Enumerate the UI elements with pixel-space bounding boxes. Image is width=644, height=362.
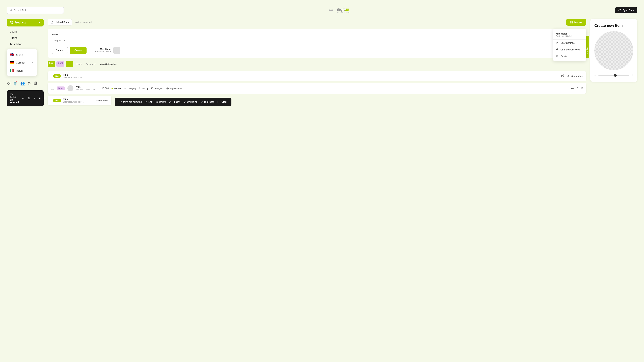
- german-check-icon: ✓: [32, 61, 34, 64]
- svg-rect-3: [330, 9, 330, 11]
- row-0-more-button[interactable]: •••: [571, 87, 574, 90]
- right-panel: Create new Item − +: [590, 19, 637, 82]
- lang-item-german[interactable]: 🇩🇪 German ✓: [7, 58, 37, 66]
- zoom-minus-button[interactable]: −: [594, 73, 596, 77]
- cancel-button[interactable]: Cancel: [52, 47, 68, 54]
- row-0-actions: •••: [571, 87, 583, 90]
- german-flag-icon: 🇩🇪: [10, 60, 14, 64]
- selection-bar: XY Items are selected ✏ 🗑 ↑ ✦ ⧉ | Clear: [7, 90, 44, 106]
- unpublish-action[interactable]: Unpublish: [184, 100, 198, 103]
- row-0-price: 10.000: [102, 87, 109, 90]
- row-0-delete-button[interactable]: [580, 87, 583, 90]
- svg-rect-4: [332, 9, 332, 11]
- language-dropdown: 🇬🇧 English 🇩🇪 German ✓ 🇮🇹 Italian: [7, 49, 37, 76]
- search-bar[interactable]: [7, 7, 64, 14]
- draft-badge: Draft: [56, 61, 64, 67]
- row-0-checkbox[interactable]: [51, 87, 54, 90]
- svg-point-11: [140, 87, 140, 88]
- lang-item-italian[interactable]: 🇮🇹 Italian: [7, 66, 37, 75]
- user-card: Max Maier Restaurant GmbH: [95, 47, 120, 54]
- nav-arrow-button[interactable]: →: [66, 61, 73, 67]
- upload-bar: Upload Files No files selected Menus: [48, 19, 586, 26]
- top-row-delete-button[interactable]: [566, 74, 569, 78]
- svg-point-0: [10, 9, 12, 11]
- row-0-avatar: [68, 85, 74, 91]
- lang-item-english[interactable]: 🇬🇧 English: [7, 50, 37, 58]
- search-input[interactable]: [14, 9, 61, 11]
- bottom-list-item: Live Title Lorem ipsum sit dolor ... Sho…: [48, 96, 111, 105]
- upload-files-button[interactable]: Upload Files: [48, 19, 72, 25]
- allowed-dot: [112, 88, 113, 89]
- svg-rect-7: [10, 23, 11, 24]
- image-icon[interactable]: 🖼: [34, 81, 37, 86]
- image-preview[interactable]: [594, 31, 633, 70]
- svg-rect-15: [202, 102, 203, 103]
- row-0-allergens: Allergens: [151, 87, 164, 90]
- sidebar-item-details[interactable]: Details: [7, 28, 44, 35]
- breadcrumb: Home › Categories › Main Categories: [76, 63, 116, 65]
- sidebar-menu: Details Pricing Translation: [7, 28, 44, 48]
- bottom-sel-text: XY Items are selected: [119, 100, 142, 103]
- row-0-group: Group: [139, 87, 148, 90]
- panel-title: Create new Item: [594, 23, 633, 28]
- row-0-edit-button[interactable]: [576, 87, 578, 90]
- settings-icon[interactable]: ⚙: [28, 81, 31, 86]
- form-buttons: Cancel Create Max Maier Restaurant GmbH: [52, 47, 582, 54]
- zoom-track[interactable]: [598, 75, 630, 76]
- logo-sub: digitale Gastro: [337, 12, 350, 13]
- drink-icon[interactable]: 🥤: [13, 81, 18, 86]
- row-0-status: Draft: [57, 86, 65, 90]
- sync-button[interactable]: Sync Data: [615, 7, 637, 13]
- tag-selected-icon[interactable]: ✦: [38, 97, 40, 100]
- products-button[interactable]: Products ▲: [7, 19, 44, 26]
- italian-flag-icon: 🇮🇹: [10, 68, 14, 72]
- svg-rect-10: [556, 49, 558, 51]
- zoom-bar: − +: [594, 73, 633, 77]
- sidebar: Products ▲ Details Pricing Translation 🇬…: [7, 19, 44, 106]
- people-icon[interactable]: 👥: [20, 81, 25, 86]
- svg-rect-6: [12, 21, 12, 22]
- table-row-0: Draft Title Lorem ipsum sit dolor ... 10…: [48, 83, 586, 94]
- row-0-allowed: Allowed: [112, 87, 122, 90]
- top-list-item: Live Title Lorem ipsum sit dolor ... Sho…: [48, 71, 586, 81]
- delete-selected-icon[interactable]: 🗑: [28, 97, 30, 100]
- zoom-thumb[interactable]: [614, 74, 617, 77]
- bottom-clear-button[interactable]: Clear: [222, 100, 228, 103]
- copy-selected-icon[interactable]: ⧉: [44, 97, 46, 100]
- sidebar-icon-bar: 🍽 🥤 👥 ⚙ 🖼: [7, 80, 44, 87]
- svg-rect-5: [10, 21, 11, 22]
- row-0-category: Category: [124, 87, 136, 90]
- menus-button[interactable]: Menus: [566, 19, 586, 26]
- upload-selected-icon[interactable]: ↑: [34, 97, 35, 100]
- user-settings-item[interactable]: User Settings: [553, 39, 586, 46]
- form-area: Max Maier Restaurant GmbH User Settings …: [48, 29, 586, 58]
- svg-point-9: [556, 42, 558, 43]
- duplicate-action[interactable]: Duplicate: [201, 100, 214, 103]
- top-row-edit-button[interactable]: [561, 74, 564, 78]
- change-password-item[interactable]: Change Password: [553, 46, 586, 53]
- svg-rect-8: [12, 23, 12, 24]
- bottom-selection-bar: XY Items are selected Edit Delete: [115, 98, 232, 106]
- live-badge: Live: [48, 61, 55, 67]
- create-button[interactable]: Create: [70, 47, 86, 54]
- sidebar-item-pricing[interactable]: Pricing: [7, 35, 44, 41]
- bottom-row-show-more-button[interactable]: Show More: [96, 99, 108, 102]
- edit-selected-icon[interactable]: ✏: [22, 97, 24, 100]
- delete-account-item[interactable]: Delete: [553, 53, 586, 60]
- edit-action[interactable]: Edit: [145, 100, 152, 103]
- name-label: Name *: [52, 33, 582, 36]
- user-dropdown: Max Maier Restaurant GmbH User Settings …: [553, 29, 586, 61]
- restaurant-icon[interactable]: 🍽: [7, 81, 10, 86]
- bottom-row-content: Title Lorem ipsum sit dolor ...: [63, 98, 84, 103]
- publish-action[interactable]: Publish: [169, 100, 180, 103]
- user-avatar[interactable]: [113, 47, 120, 54]
- top-row-show-more-button[interactable]: Show More: [572, 75, 583, 77]
- sidebar-item-translation[interactable]: Translation: [7, 41, 44, 47]
- delete-action[interactable]: Delete: [156, 100, 166, 103]
- bottom-row-status: Live: [53, 99, 61, 102]
- nav-buttons: Live Draft →: [48, 61, 73, 67]
- top-row-content: Title Lorem ipsum sit dolor ...: [63, 73, 84, 79]
- name-input[interactable]: [52, 37, 582, 44]
- row-0-supplements: Supplements: [166, 87, 182, 90]
- zoom-plus-button[interactable]: +: [631, 73, 633, 77]
